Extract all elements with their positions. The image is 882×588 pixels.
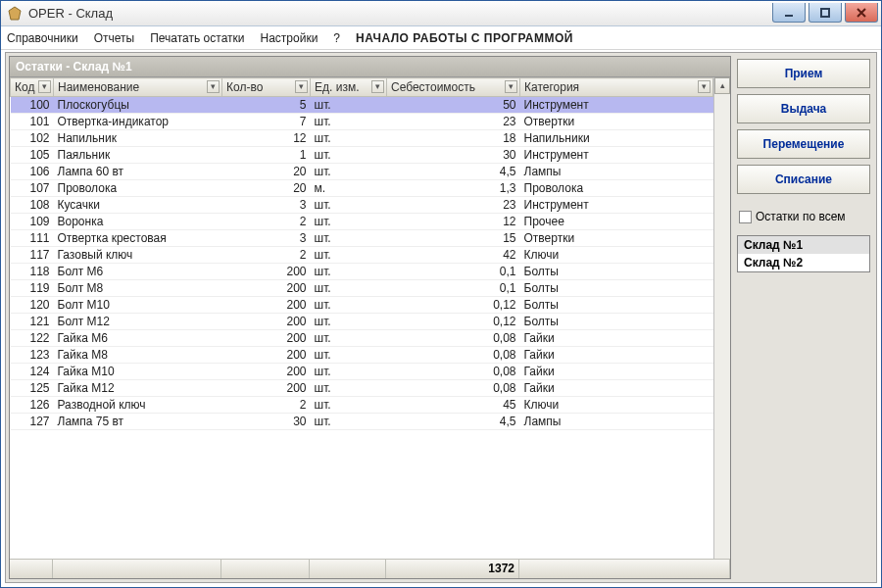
cell-unit: шт.: [311, 414, 387, 430]
col-code[interactable]: Код▾: [11, 78, 54, 97]
cell-name: Болт М6: [54, 264, 222, 280]
cell-qty: 30: [222, 414, 311, 430]
chevron-down-icon[interactable]: ▾: [207, 80, 220, 93]
cell-code: 127: [11, 414, 54, 430]
titlebar: OPER - Склад: [1, 1, 881, 26]
col-category[interactable]: Категория▾: [520, 78, 713, 97]
table-row[interactable]: 125Гайка М12200шт.0,08Гайки: [11, 380, 713, 397]
col-name[interactable]: Наименование▾: [54, 78, 222, 97]
warehouse-item[interactable]: Склад №2: [738, 254, 869, 271]
table-row[interactable]: 109Воронка2шт.12Прочее: [11, 214, 713, 230]
issue-button[interactable]: Выдача: [737, 94, 870, 123]
table-row[interactable]: 111Отвертка крестовая3шт.15Отвертки: [11, 230, 713, 247]
table-row[interactable]: 120Болт М10200шт.0,12Болты: [11, 297, 713, 314]
table-row[interactable]: 100Плоскогубцы5шт.50Инструмент: [11, 97, 713, 114]
table-row[interactable]: 106Лампа 60 вт20шт.4,5Лампы: [11, 164, 713, 180]
menu-help[interactable]: ?: [333, 31, 340, 45]
cell-unit: шт.: [311, 214, 387, 230]
cell-unit: шт.: [311, 197, 387, 214]
cell-unit: шт.: [311, 347, 387, 364]
scroll-up-icon[interactable]: ▴: [714, 77, 730, 94]
maximize-button[interactable]: [808, 3, 842, 23]
cell-name: Гайка М6: [54, 330, 222, 347]
table-row[interactable]: 124Гайка М10200шт.0,08Гайки: [11, 364, 713, 380]
cell-cost: 0,1: [387, 280, 520, 297]
col-unit[interactable]: Ед. изм.▾: [311, 78, 387, 97]
vertical-scrollbar[interactable]: ▴: [713, 77, 730, 559]
table-row[interactable]: 118Болт М6200шт.0,1Болты: [11, 264, 713, 280]
table-row[interactable]: 126Разводной ключ2шт.45Ключи: [11, 397, 713, 414]
minimize-button[interactable]: [772, 3, 806, 23]
cell-category: Отвертки: [520, 114, 713, 130]
cell-unit: шт.: [311, 114, 387, 130]
table-row[interactable]: 102Напильник12шт.18Напильники: [11, 130, 713, 147]
cell-code: 107: [11, 180, 54, 197]
cell-qty: 200: [222, 364, 311, 380]
cell-name: Болт М8: [54, 280, 222, 297]
cell-name: Отвертка крестовая: [54, 230, 222, 247]
cell-unit: шт.: [311, 297, 387, 314]
table-row[interactable]: 101Отвертка-индикатор7шт.23Отвертки: [11, 114, 713, 130]
cell-category: Гайки: [520, 364, 713, 380]
menu-settings[interactable]: Настройки: [261, 31, 318, 45]
cell-code: 118: [11, 264, 54, 280]
cell-code: 111: [11, 230, 54, 247]
cell-unit: шт.: [311, 380, 387, 397]
chevron-down-icon[interactable]: ▾: [38, 80, 51, 93]
cell-cost: 1,3: [387, 180, 520, 197]
cell-qty: 2: [222, 214, 311, 230]
cell-cost: 0,08: [387, 380, 520, 397]
table-row[interactable]: 107Проволока20м.1,3Проволока: [11, 180, 713, 197]
cell-category: Ключи: [520, 247, 713, 264]
receive-button[interactable]: Прием: [737, 59, 870, 88]
cell-code: 120: [11, 297, 54, 314]
table-row[interactable]: 117Газовый ключ2шт.42Ключи: [11, 247, 713, 264]
menu-print-stock[interactable]: Печатать остатки: [150, 31, 244, 45]
cell-qty: 12: [222, 130, 311, 147]
writeoff-button[interactable]: Списание: [737, 165, 870, 194]
table-row[interactable]: 123Гайка М8200шт.0,08Гайки: [11, 347, 713, 364]
table-row[interactable]: 105Паяльник1шт.30Инструмент: [11, 147, 713, 164]
table-row[interactable]: 108Кусачки3шт.23Инструмент: [11, 197, 713, 214]
cell-name: Напильник: [54, 130, 222, 147]
cell-qty: 7: [222, 114, 311, 130]
col-qty[interactable]: Кол-во▾: [222, 78, 311, 97]
cell-cost: 15: [387, 230, 520, 247]
cell-name: Гайка М10: [54, 364, 222, 380]
cell-unit: шт.: [311, 330, 387, 347]
chevron-down-icon[interactable]: ▾: [371, 80, 384, 93]
cell-qty: 200: [222, 297, 311, 314]
cell-name: Лампа 60 вт: [54, 164, 222, 180]
cell-cost: 30: [387, 147, 520, 164]
checkbox-icon[interactable]: [739, 211, 752, 223]
cell-code: 108: [11, 197, 54, 214]
cell-cost: 23: [387, 197, 520, 214]
col-cost[interactable]: Себестоимость▾: [387, 78, 520, 97]
chevron-down-icon[interactable]: ▾: [698, 80, 710, 93]
cell-code: 124: [11, 364, 54, 380]
transfer-button[interactable]: Перемещение: [737, 129, 870, 159]
warehouse-item[interactable]: Склад №1: [738, 236, 869, 254]
cell-category: Лампы: [520, 164, 713, 180]
cell-cost: 12: [387, 214, 520, 230]
cell-code: 102: [11, 130, 54, 147]
cell-cost: 50: [387, 97, 520, 114]
cell-cost: 42: [387, 247, 520, 264]
table-row[interactable]: 127Лампа 75 вт30шт.4,5Лампы: [11, 414, 713, 430]
all-stock-checkbox[interactable]: Остатки по всем: [737, 208, 870, 225]
menu-references[interactable]: Справочники: [7, 31, 78, 45]
menu-getting-started[interactable]: НАЧАЛО РАБОТЫ С ПРОГРАММОЙ: [356, 31, 573, 45]
cell-name: Разводной ключ: [54, 397, 222, 414]
table-row[interactable]: 119Болт М8200шт.0,1Болты: [11, 280, 713, 297]
chevron-down-icon[interactable]: ▾: [295, 80, 308, 93]
table-row[interactable]: 122Гайка М6200шт.0,08Гайки: [11, 330, 713, 347]
chevron-down-icon[interactable]: ▾: [505, 80, 517, 93]
cell-qty: 3: [222, 197, 311, 214]
menubar: Справочники Отчеты Печатать остатки Наст…: [1, 26, 881, 50]
cell-qty: 3: [222, 230, 311, 247]
grid-title: Остатки - Склад №1: [10, 57, 730, 77]
cell-category: Прочее: [520, 214, 713, 230]
menu-reports[interactable]: Отчеты: [94, 31, 134, 45]
table-row[interactable]: 121Болт М12200шт.0,12Болты: [11, 314, 713, 330]
close-button[interactable]: [845, 3, 878, 23]
